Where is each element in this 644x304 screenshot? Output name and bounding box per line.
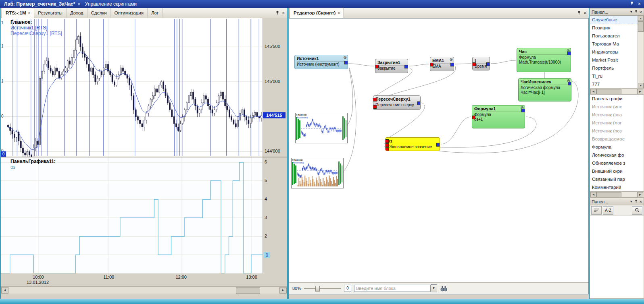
tab-лог[interactable]: Лог <box>148 8 163 18</box>
block-type-item[interactable]: Внешний скри <box>590 167 644 175</box>
price-axis[interactable]: 145'500145'000144'000144'515 <box>263 18 287 157</box>
output-port[interactable] <box>450 63 454 66</box>
palette-header-top[interactable]: Панел... ▼ × <box>590 8 644 16</box>
scrollbar-thumb[interactable] <box>236 287 260 294</box>
tab-сделки[interactable]: Сделки <box>88 8 111 18</box>
block-type-item[interactable]: Источник (инс <box>590 103 644 111</box>
block-chas-izmenilsya[interactable]: ЧасИзменилсяЛогическая формулаЧас!=Час[i… <box>518 78 571 101</box>
block-type-item[interactable]: Источник (поз <box>590 127 644 135</box>
chart-thumbnail[interactable]: Главное:Источник1 <box>291 158 344 188</box>
search-icon[interactable] <box>632 206 642 215</box>
scrollbar-thumb[interactable] <box>596 89 621 94</box>
input-port[interactable] <box>385 147 389 151</box>
scrollbar-thumb[interactable] <box>596 192 621 197</box>
palette-header-bottom[interactable]: Панел... ▼ × <box>590 198 644 205</box>
chevron-down-icon[interactable]: ▼ <box>630 10 633 13</box>
close-icon[interactable]: × <box>584 10 586 15</box>
block-type-item[interactable]: Обновляемое з <box>590 159 644 167</box>
input-port[interactable] <box>385 139 389 143</box>
pin-icon[interactable] <box>275 10 279 16</box>
output-port[interactable] <box>404 65 408 68</box>
output-port[interactable] <box>486 62 490 66</box>
block-formula1[interactable]: Формула1Формулаоз+1⊗ <box>472 105 525 128</box>
input-port[interactable] <box>373 105 377 109</box>
tab-rts---1m[interactable]: RTS:-:1M× <box>2 8 34 18</box>
script-canvas[interactable]: 80% 0 ▼ Источник1Источник (инструмент)⊗З… <box>289 18 589 294</box>
close-icon[interactable]: × <box>282 10 285 15</box>
output-port[interactable] <box>344 61 348 64</box>
output-port[interactable] <box>417 101 421 105</box>
palette-category-item[interactable]: Пользовател <box>590 32 644 40</box>
main-price-chart[interactable]: Главное: Источник1 [RTS] ПересечСверху1 … <box>1 18 287 157</box>
scroll-right-icon[interactable]: ► <box>637 89 643 94</box>
zoom-slider-thumb[interactable] <box>315 286 320 292</box>
block-type-item[interactable]: Связанный пар <box>590 175 644 183</box>
scroll-up-icon[interactable]: ▲ <box>638 16 644 21</box>
titlebar-tab[interactable]: Лаб: Пример_счетчик_ЗаЧас*× <box>3 1 84 7</box>
close-icon[interactable]: × <box>338 11 340 15</box>
close-icon[interactable]: × <box>638 1 641 7</box>
chart-horizontal-scrollbar[interactable]: ◄ ► <box>1 286 287 294</box>
counter-chart-panel[interactable]: ПанельГрафика11: оз 6543211 <box>1 157 287 273</box>
scroll-left-icon[interactable]: ◄ <box>590 192 596 197</box>
input-port[interactable] <box>472 62 476 66</box>
palette-hscrollbar[interactable]: ◄ ► <box>590 89 644 95</box>
palette-category-item[interactable]: Ti_ru <box>590 72 644 80</box>
block-type-item[interactable]: Комментарий <box>590 183 644 191</box>
block-type-item[interactable]: Панель графи <box>590 95 644 103</box>
palette-category-item[interactable]: Служебные <box>590 16 644 24</box>
chevron-down-icon[interactable]: ▼ <box>630 200 633 203</box>
block-type-item[interactable]: Формула <box>590 143 644 151</box>
input-port[interactable] <box>373 98 377 101</box>
palette-category-item[interactable]: Портфель <box>590 64 644 72</box>
zoom-reset-box[interactable]: 0 <box>344 285 351 292</box>
palette-category-item[interactable]: Market Posit <box>590 56 644 64</box>
pin-icon[interactable] <box>630 1 634 7</box>
titlebar-tab[interactable]: Управление скриптами <box>84 1 141 7</box>
palette-category-item[interactable]: 777 <box>590 80 644 88</box>
close-icon[interactable]: × <box>640 10 642 14</box>
block-type-item[interactable]: Логическая фо <box>590 151 644 159</box>
block-type-item[interactable]: Источник (лог <box>590 119 644 127</box>
block-chas[interactable]: ЧасФормулаMath.Truncate(t/10000)⊗ <box>517 48 571 72</box>
palette-category-item[interactable]: Позиция <box>590 24 644 32</box>
scroll-down-icon[interactable]: ▼ <box>638 83 644 88</box>
pin-icon[interactable] <box>577 10 581 16</box>
block-ema1[interactable]: EMA1EMA⊗ <box>430 57 454 71</box>
close-icon[interactable]: × <box>28 11 30 15</box>
group-list-icon[interactable] <box>591 206 602 215</box>
block-type-item[interactable]: Возвращаемое <box>590 135 644 143</box>
sort-az-button[interactable]: A-Z <box>603 206 613 215</box>
palette-category-item[interactable]: Торговая Ма <box>590 40 644 48</box>
output-port[interactable] <box>436 143 440 147</box>
scroll-right-icon[interactable]: ► <box>637 192 643 197</box>
blocks-hscrollbar[interactable]: ◄ ► <box>590 192 644 198</box>
input-port[interactable] <box>385 143 389 147</box>
chevron-down-icon[interactable]: ▼ <box>431 284 437 292</box>
output-port[interactable] <box>568 82 571 85</box>
tab-оптимизация[interactable]: Оптимизация <box>111 8 148 18</box>
scroll-left-icon[interactable]: ◄ <box>1 287 8 294</box>
pin-icon[interactable] <box>634 10 638 14</box>
input-port[interactable] <box>430 63 434 66</box>
close-icon[interactable]: × <box>640 199 642 204</box>
input-port[interactable] <box>472 116 475 119</box>
block-istochnik1[interactable]: Источник1Источник (инструмент)⊗ <box>294 55 348 69</box>
block-t[interactable]: tВремя <box>472 57 490 70</box>
tab-редактор-скрипт-[interactable]: Редактор (Скрипт)× <box>290 8 344 18</box>
vertical-scrollbar[interactable]: ▲ ▼ <box>638 16 644 88</box>
scroll-right-icon[interactable]: ► <box>279 287 287 294</box>
scrollbar-thumb[interactable] <box>638 21 644 32</box>
find-block-icon[interactable] <box>440 285 448 292</box>
block-oz[interactable]: озОбновляемое значение <box>385 137 440 151</box>
block-options-icon[interactable]: ⊗ <box>344 55 347 60</box>
block-options-icon[interactable]: ⊗ <box>450 57 453 62</box>
zoom-slider[interactable] <box>304 285 341 292</box>
tab-доход[interactable]: Доход <box>67 8 88 18</box>
input-port[interactable] <box>375 65 379 68</box>
counter-axis[interactable]: 6543211 <box>263 157 287 273</box>
output-port[interactable] <box>567 52 571 55</box>
tab-результаты[interactable]: Результаты <box>34 8 67 18</box>
palette-category-item[interactable]: Индикаторы <box>590 48 644 56</box>
block-peresech-sverhu1[interactable]: ПересечСверху1Пересечение сверху <box>373 95 421 110</box>
